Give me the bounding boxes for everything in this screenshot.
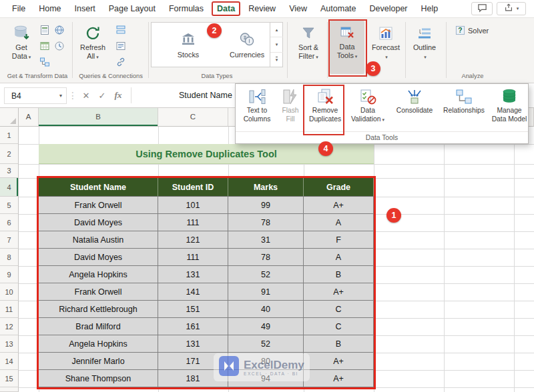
row-header-13[interactable]: 13 (0, 335, 19, 353)
table-cell[interactable]: C (304, 318, 374, 335)
gridline (19, 387, 534, 388)
menuitem-label: Fill (286, 115, 294, 123)
menuitem-label: Consolidate (396, 107, 433, 115)
menuitem-label: Manage (497, 107, 521, 115)
row-header-15[interactable]: 15 (0, 370, 19, 387)
row-header-1[interactable]: 1 (0, 127, 19, 144)
table-cell[interactable]: 91 (228, 283, 304, 301)
flash-fill-icon (282, 87, 299, 106)
manage-data-model-menuitem[interactable]: Manage Data Model (491, 87, 528, 123)
table-cell[interactable]: Brad Milford (39, 318, 158, 335)
remove-duplicates-icon (316, 87, 334, 106)
table-header-cell[interactable]: Student ID (158, 178, 228, 197)
row-header-4[interactable]: 4 (0, 178, 19, 197)
row-header-7[interactable]: 7 (0, 231, 19, 249)
table-cell[interactable]: 161 (158, 318, 228, 335)
table-cell[interactable]: 78 (228, 214, 304, 231)
table-cell[interactable]: Shane Thompson (39, 370, 158, 387)
relationships-icon (455, 87, 473, 106)
table-cell[interactable]: 78 (228, 249, 304, 266)
menuitem-label: Remove (312, 107, 338, 115)
text-to-columns-menuitem[interactable]: Text to Columns (240, 87, 274, 123)
table-cell[interactable]: A+ (304, 353, 374, 370)
menuitem-label: Data (360, 107, 375, 115)
table-cell[interactable]: David Moyes (39, 249, 158, 266)
flash-fill-menuitem: Flash Fill (276, 87, 305, 123)
relationships-menuitem[interactable]: Relationships (439, 87, 489, 115)
table-cell[interactable]: 171 (158, 353, 228, 370)
table-cell[interactable]: 80 (228, 353, 304, 370)
table-cell[interactable]: Angela Hopkins (39, 335, 158, 353)
table-cell[interactable]: 40 (228, 301, 304, 318)
table-cell[interactable]: 151 (158, 301, 228, 318)
table-cell[interactable]: Jennifer Marlo (39, 353, 158, 370)
menuitem-label: Columns (244, 115, 271, 123)
menuitem-label: Duplicates (309, 115, 341, 123)
remove-duplicates-menuitem[interactable]: Remove Duplicates (306, 87, 344, 123)
row-header-9[interactable]: 9 (0, 266, 19, 283)
table-cell[interactable]: Natalia Austin (39, 231, 158, 249)
excel-window: FileHomeInsertPage LayoutFormulasDataRev… (0, 0, 534, 392)
table-cell[interactable]: A (304, 249, 374, 266)
table-cell[interactable]: 111 (158, 214, 228, 231)
table-cell[interactable]: David Moyes (39, 214, 158, 231)
table-cell[interactable]: F (304, 231, 374, 249)
table-cell[interactable]: 52 (228, 266, 304, 283)
row-header-10[interactable]: 10 (0, 283, 19, 301)
table-cell[interactable]: 181 (158, 370, 228, 387)
table-cell[interactable]: 121 (158, 231, 228, 249)
row-header-8[interactable]: 8 (0, 249, 19, 266)
manage-data-model-icon (501, 87, 518, 106)
table-cell[interactable]: 49 (228, 318, 304, 335)
table-cell[interactable]: 31 (228, 231, 304, 249)
worksheet: ABC Using Remove Duplicates Tool Student… (0, 0, 534, 392)
table-cell[interactable]: 101 (158, 197, 228, 214)
row-header-11[interactable]: 11 (0, 301, 19, 318)
row-header-2[interactable]: 2 (0, 144, 19, 164)
annotation-step-4: 4 (318, 141, 333, 156)
table-cell[interactable]: Frank Orwell (39, 283, 158, 301)
row-header-3[interactable]: 3 (0, 164, 19, 178)
table-cell[interactable]: 111 (158, 249, 228, 266)
table-cell[interactable]: Angela Hopkins (39, 266, 158, 283)
table-header-cell[interactable]: Student Name (39, 178, 158, 197)
row-header-5[interactable]: 5 (0, 197, 19, 214)
consolidate-menuitem[interactable]: Consolidate (393, 87, 436, 115)
table-cell[interactable]: C (304, 301, 374, 318)
menuitem-label: Text to (247, 107, 267, 115)
table-cell[interactable]: A+ (304, 197, 374, 214)
data-validation-menuitem[interactable]: Data Validation▾ (348, 87, 388, 124)
table-cell[interactable]: B (304, 335, 374, 353)
table-cell[interactable]: 131 (158, 335, 228, 353)
table-cell[interactable]: A+ (304, 283, 374, 301)
table-cell[interactable]: 141 (158, 283, 228, 301)
table-header-cell[interactable]: Grade (304, 178, 374, 197)
table-cell[interactable]: Frank Orwell (39, 197, 158, 214)
text-to-columns-icon (248, 87, 266, 106)
row-header-14[interactable]: 14 (0, 353, 19, 370)
table-header-cell[interactable]: Marks (228, 178, 304, 197)
table-cell[interactable]: B (304, 266, 374, 283)
column-header-B[interactable]: B (39, 108, 158, 127)
table-cell[interactable]: 131 (158, 266, 228, 283)
table-cell[interactable]: A+ (304, 370, 374, 387)
column-header-A[interactable]: A (19, 108, 39, 127)
menuitem-label: Validation (351, 115, 380, 123)
table-cell[interactable]: 99 (228, 197, 304, 214)
column-header-C[interactable]: C (158, 108, 228, 127)
row-header-partial[interactable] (0, 387, 19, 392)
row-header-6[interactable]: 6 (0, 214, 19, 231)
menuitem-label: Relationships (443, 107, 485, 115)
select-all-corner[interactable] (0, 108, 19, 127)
table-cell[interactable]: 52 (228, 335, 304, 353)
table-cell[interactable]: Richard Kettlebrough (39, 301, 158, 318)
menuitem-label: Data Model (492, 115, 527, 123)
chevron-down-icon: ▾ (382, 117, 384, 122)
annotation-step-2: 2 (207, 23, 222, 38)
row-header-12[interactable]: 12 (0, 318, 19, 335)
menuitem-label: Flash (282, 107, 298, 115)
data-validation-icon (359, 87, 376, 106)
table-cell[interactable]: A (304, 214, 374, 231)
table-cell[interactable]: 94 (228, 370, 304, 387)
consolidate-icon (406, 87, 423, 106)
